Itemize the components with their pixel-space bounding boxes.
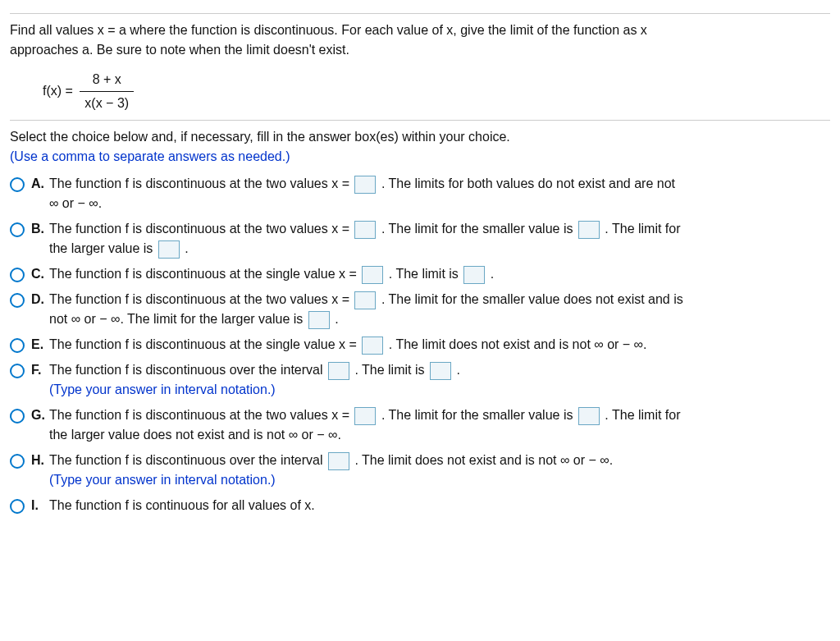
answer-box-h1[interactable] [328,452,349,470]
label-i: I. [31,495,49,515]
text-h: The function f is discontinuous over the… [49,450,830,490]
answer-box-b1[interactable] [354,221,376,239]
radio-e[interactable] [10,338,25,353]
answer-box-f1[interactable] [328,362,349,380]
label-h: H. [31,450,49,470]
select-instructions: Select the choice below and, if necessar… [10,127,830,167]
label-e: E. [31,334,49,355]
text-d: The function f is discontinuous at the t… [49,289,830,329]
choice-b[interactable]: B. The function f is discontinuous at th… [10,218,830,259]
choice-h[interactable]: H. The function f is discontinuous over … [10,450,830,490]
answer-box-f2[interactable] [430,362,451,380]
text-b: The function f is discontinuous at the t… [49,218,830,259]
radio-i[interactable] [10,499,25,514]
choice-e[interactable]: E. The function f is discontinuous at th… [10,334,830,355]
radio-b[interactable] [10,222,25,237]
label-f: F. [31,359,49,380]
choice-f[interactable]: F. The function f is discontinuous over … [10,359,830,400]
hint-h: (Type your answer in interval notation.) [49,473,276,487]
text-c: The function f is discontinuous at the s… [49,263,830,284]
instruction-line-1: Select the choice below and, if necessar… [10,130,510,144]
text-a: The function f is discontinuous at the t… [49,173,830,213]
label-g: G. [31,405,49,425]
text-e: The function f is discontinuous at the s… [49,334,830,355]
label-b: B. [31,218,49,239]
prompt-line-1: Find all values x = a where the function… [10,23,647,37]
answer-box-c2[interactable] [463,266,485,284]
text-f: The function f is discontinuous over the… [49,359,830,400]
fraction: 8 + x x(x − 3) [80,70,134,113]
answer-box-a1[interactable] [354,176,376,194]
radio-a[interactable] [10,177,25,192]
answer-box-g2[interactable] [578,407,600,425]
choice-c[interactable]: C. The function f is discontinuous at th… [10,263,830,284]
answer-box-d1[interactable] [354,291,376,309]
choice-g[interactable]: G. The function f is discontinuous at th… [10,405,830,445]
function-definition: f(x) = 8 + x x(x − 3) [43,70,830,113]
answer-box-c1[interactable] [362,266,383,284]
divider-mid [10,120,830,121]
label-a: A. [31,173,49,194]
answer-box-g1[interactable] [354,407,376,425]
answer-box-b2[interactable] [578,221,600,239]
answer-box-b3[interactable] [158,240,180,259]
prompt-line-2: approaches a. Be sure to note when the l… [10,43,349,57]
radio-d[interactable] [10,293,25,308]
divider-top [10,13,830,14]
radio-g[interactable] [10,409,25,424]
radio-h[interactable] [10,454,25,469]
text-g: The function f is discontinuous at the t… [49,405,830,445]
question-prompt: Find all values x = a where the function… [10,21,830,60]
instruction-line-2: (Use a comma to separate answers as need… [10,149,290,163]
choice-a[interactable]: A. The function f is discontinuous at th… [10,173,830,213]
radio-f[interactable] [10,364,25,378]
label-c: C. [31,263,49,284]
choice-i[interactable]: I. The function f is continuous for all … [10,495,830,515]
function-lhs: f(x) = [43,84,73,98]
answer-box-d2[interactable] [308,311,330,329]
label-d: D. [31,289,49,309]
radio-c[interactable] [10,268,25,282]
hint-f: (Type your answer in interval notation.) [49,382,276,396]
answer-choices: A. The function f is discontinuous at th… [10,173,830,515]
answer-box-e1[interactable] [362,337,383,355]
choice-d[interactable]: D. The function f is discontinuous at th… [10,289,830,329]
text-i: The function f is continuous for all val… [49,495,830,515]
fraction-numerator: 8 + x [80,70,134,92]
fraction-denominator: x(x − 3) [80,92,134,113]
